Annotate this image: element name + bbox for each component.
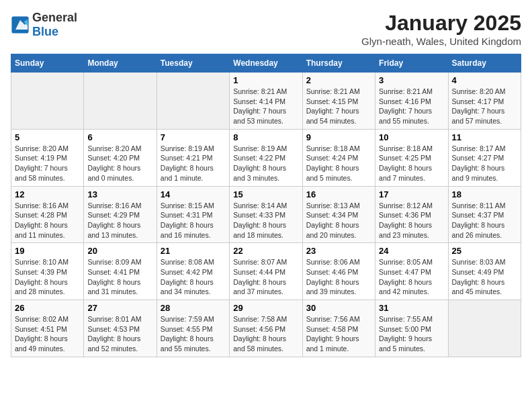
day-number: 10 xyxy=(379,132,444,142)
day-number: 8 xyxy=(233,132,298,142)
day-cell: 26Sunrise: 8:02 AM Sunset: 4:51 PM Dayli… xyxy=(11,300,84,357)
day-info: Sunrise: 8:16 AM Sunset: 4:28 PM Dayligh… xyxy=(15,201,80,240)
day-number: 4 xyxy=(452,75,517,85)
day-number: 20 xyxy=(87,246,152,256)
day-cell: 12Sunrise: 8:16 AM Sunset: 4:28 PM Dayli… xyxy=(11,186,84,243)
week-row-4: 19Sunrise: 8:10 AM Sunset: 4:39 PM Dayli… xyxy=(11,243,521,300)
day-number: 13 xyxy=(87,189,152,199)
day-cell: 17Sunrise: 8:12 AM Sunset: 4:36 PM Dayli… xyxy=(375,186,448,243)
logo-blue: Blue xyxy=(32,25,58,38)
day-cell xyxy=(157,73,229,130)
logo-text: General Blue xyxy=(32,11,77,39)
day-cell xyxy=(84,73,157,130)
day-cell: 8Sunrise: 8:19 AM Sunset: 4:22 PM Daylig… xyxy=(230,129,302,186)
day-cell xyxy=(11,73,84,130)
day-cell: 30Sunrise: 7:56 AM Sunset: 4:58 PM Dayli… xyxy=(302,300,375,357)
day-number: 7 xyxy=(161,132,226,142)
day-number: 19 xyxy=(15,246,80,256)
day-number: 28 xyxy=(161,303,226,313)
day-number: 30 xyxy=(306,303,371,313)
day-info: Sunrise: 8:03 AM Sunset: 4:49 PM Dayligh… xyxy=(452,257,517,297)
col-header-wednesday: Wednesday xyxy=(230,54,302,73)
day-cell: 15Sunrise: 8:14 AM Sunset: 4:33 PM Dayli… xyxy=(230,186,302,243)
col-header-saturday: Saturday xyxy=(448,54,521,73)
day-number: 27 xyxy=(87,303,152,313)
day-number: 25 xyxy=(452,246,517,256)
day-number: 3 xyxy=(379,75,444,85)
day-cell: 31Sunrise: 7:55 AM Sunset: 5:00 PM Dayli… xyxy=(375,300,448,357)
day-number: 22 xyxy=(233,246,298,256)
day-info: Sunrise: 8:09 AM Sunset: 4:41 PM Dayligh… xyxy=(87,257,152,297)
col-header-tuesday: Tuesday xyxy=(157,54,229,73)
calendar-table: SundayMondayTuesdayWednesdayThursdayFrid… xyxy=(11,54,521,357)
col-header-friday: Friday xyxy=(375,54,448,73)
title-area: January 2025 Glyn-neath, Wales, United K… xyxy=(361,11,521,47)
day-cell: 21Sunrise: 8:08 AM Sunset: 4:42 PM Dayli… xyxy=(157,243,229,300)
day-number: 14 xyxy=(161,189,226,199)
day-number: 11 xyxy=(452,132,517,142)
day-number: 29 xyxy=(233,303,298,313)
day-info: Sunrise: 8:05 AM Sunset: 4:47 PM Dayligh… xyxy=(379,257,444,297)
day-info: Sunrise: 8:15 AM Sunset: 4:31 PM Dayligh… xyxy=(161,201,226,240)
calendar-subtitle: Glyn-neath, Wales, United Kingdom xyxy=(361,36,521,47)
calendar-title: January 2025 xyxy=(361,11,521,36)
day-cell: 24Sunrise: 8:05 AM Sunset: 4:47 PM Dayli… xyxy=(375,243,448,300)
week-row-2: 5Sunrise: 8:20 AM Sunset: 4:19 PM Daylig… xyxy=(11,129,521,186)
day-cell: 25Sunrise: 8:03 AM Sunset: 4:49 PM Dayli… xyxy=(448,243,521,300)
day-cell: 10Sunrise: 8:18 AM Sunset: 4:25 PM Dayli… xyxy=(375,129,448,186)
day-info: Sunrise: 8:21 AM Sunset: 4:15 PM Dayligh… xyxy=(306,87,371,126)
day-cell: 16Sunrise: 8:13 AM Sunset: 4:34 PM Dayli… xyxy=(302,186,375,243)
header: General Blue January 2025 Glyn-neath, Wa… xyxy=(11,11,521,47)
day-info: Sunrise: 8:10 AM Sunset: 4:39 PM Dayligh… xyxy=(15,257,80,297)
day-info: Sunrise: 8:18 AM Sunset: 4:24 PM Dayligh… xyxy=(306,144,371,183)
col-header-sunday: Sunday xyxy=(11,54,84,73)
day-number: 23 xyxy=(306,246,371,256)
day-info: Sunrise: 8:19 AM Sunset: 4:21 PM Dayligh… xyxy=(161,144,226,183)
day-number: 2 xyxy=(306,75,371,85)
day-number: 15 xyxy=(233,189,298,199)
day-number: 24 xyxy=(379,246,444,256)
day-info: Sunrise: 7:58 AM Sunset: 4:56 PM Dayligh… xyxy=(233,314,298,354)
week-row-3: 12Sunrise: 8:16 AM Sunset: 4:28 PM Dayli… xyxy=(11,186,521,243)
day-cell: 1Sunrise: 8:21 AM Sunset: 4:14 PM Daylig… xyxy=(230,73,302,130)
day-number: 17 xyxy=(379,189,444,199)
day-info: Sunrise: 7:59 AM Sunset: 4:55 PM Dayligh… xyxy=(161,314,226,354)
day-cell xyxy=(448,300,521,357)
day-number: 6 xyxy=(87,132,152,142)
day-cell: 2Sunrise: 8:21 AM Sunset: 4:15 PM Daylig… xyxy=(302,73,375,130)
day-info: Sunrise: 8:06 AM Sunset: 4:46 PM Dayligh… xyxy=(306,257,371,297)
day-info: Sunrise: 8:20 AM Sunset: 4:19 PM Dayligh… xyxy=(15,144,80,183)
day-cell: 28Sunrise: 7:59 AM Sunset: 4:55 PM Dayli… xyxy=(157,300,229,357)
day-number: 1 xyxy=(233,75,298,85)
day-cell: 3Sunrise: 8:21 AM Sunset: 4:16 PM Daylig… xyxy=(375,73,448,130)
day-cell: 23Sunrise: 8:06 AM Sunset: 4:46 PM Dayli… xyxy=(302,243,375,300)
day-cell: 5Sunrise: 8:20 AM Sunset: 4:19 PM Daylig… xyxy=(11,129,84,186)
day-cell: 13Sunrise: 8:16 AM Sunset: 4:29 PM Dayli… xyxy=(84,186,157,243)
header-row: SundayMondayTuesdayWednesdayThursdayFrid… xyxy=(11,54,521,73)
day-cell: 18Sunrise: 8:11 AM Sunset: 4:37 PM Dayli… xyxy=(448,186,521,243)
day-number: 5 xyxy=(15,132,80,142)
day-cell: 22Sunrise: 8:07 AM Sunset: 4:44 PM Dayli… xyxy=(230,243,302,300)
day-info: Sunrise: 8:17 AM Sunset: 4:27 PM Dayligh… xyxy=(452,144,517,183)
day-info: Sunrise: 8:19 AM Sunset: 4:22 PM Dayligh… xyxy=(233,144,298,183)
day-info: Sunrise: 8:18 AM Sunset: 4:25 PM Dayligh… xyxy=(379,144,444,183)
day-info: Sunrise: 8:08 AM Sunset: 4:42 PM Dayligh… xyxy=(161,257,226,297)
day-info: Sunrise: 8:07 AM Sunset: 4:44 PM Dayligh… xyxy=(233,257,298,297)
day-cell: 4Sunrise: 8:20 AM Sunset: 4:17 PM Daylig… xyxy=(448,73,521,130)
day-cell: 9Sunrise: 8:18 AM Sunset: 4:24 PM Daylig… xyxy=(302,129,375,186)
day-info: Sunrise: 8:21 AM Sunset: 4:16 PM Dayligh… xyxy=(379,87,444,126)
logo-icon xyxy=(11,15,30,34)
day-number: 26 xyxy=(15,303,80,313)
day-cell: 27Sunrise: 8:01 AM Sunset: 4:53 PM Dayli… xyxy=(84,300,157,357)
day-number: 16 xyxy=(306,189,371,199)
day-cell: 14Sunrise: 8:15 AM Sunset: 4:31 PM Dayli… xyxy=(157,186,229,243)
day-info: Sunrise: 8:12 AM Sunset: 4:36 PM Dayligh… xyxy=(379,201,444,240)
day-info: Sunrise: 8:02 AM Sunset: 4:51 PM Dayligh… xyxy=(15,314,80,354)
day-info: Sunrise: 8:14 AM Sunset: 4:33 PM Dayligh… xyxy=(233,201,298,240)
day-info: Sunrise: 8:20 AM Sunset: 4:17 PM Dayligh… xyxy=(452,87,517,126)
col-header-monday: Monday xyxy=(84,54,157,73)
day-number: 18 xyxy=(452,189,517,199)
col-header-thursday: Thursday xyxy=(302,54,375,73)
day-info: Sunrise: 7:55 AM Sunset: 5:00 PM Dayligh… xyxy=(379,314,444,354)
day-cell: 7Sunrise: 8:19 AM Sunset: 4:21 PM Daylig… xyxy=(157,129,229,186)
